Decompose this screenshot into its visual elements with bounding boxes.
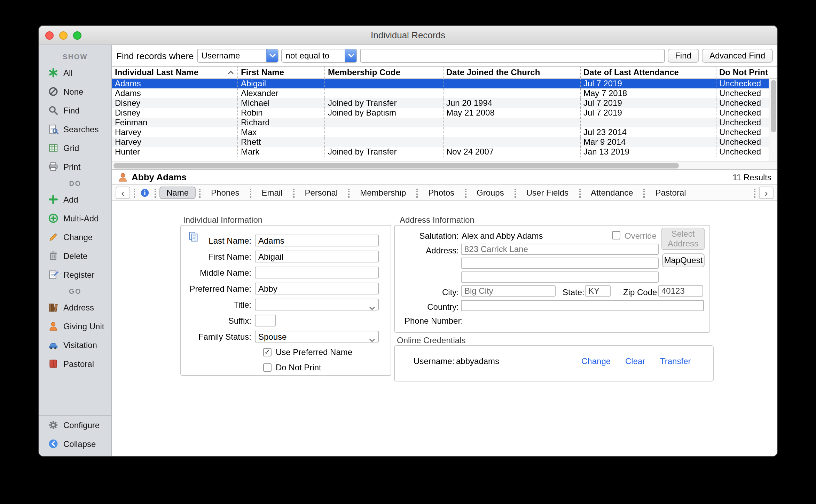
do-not-print-checkbox[interactable] — [263, 363, 272, 372]
sidebar-item-visitation[interactable]: Visitation — [39, 336, 111, 354]
tab-personal[interactable]: Personal — [298, 187, 345, 199]
zip-code-field[interactable] — [658, 285, 703, 297]
scrollbar-thumb[interactable] — [771, 80, 776, 132]
sidebar-item-label: Giving Unit — [63, 321, 104, 331]
override-checkbox[interactable] — [612, 231, 620, 239]
city-field[interactable] — [461, 285, 556, 297]
sidebar-item-all[interactable]: All — [39, 63, 111, 82]
sidebar-item-print[interactable]: Print — [39, 157, 111, 176]
preferred-name-field[interactable] — [255, 283, 379, 294]
first-name-field[interactable] — [255, 251, 379, 262]
table-row[interactable]: Disney Robin Joined by Baptism May 21 20… — [112, 108, 769, 118]
sidebar-item-grid[interactable]: Grid — [39, 139, 111, 157]
cell-date-joined — [444, 127, 581, 137]
column-header-date-joined[interactable]: Date Joined the Church — [444, 67, 581, 78]
middle-name-field[interactable] — [255, 267, 379, 278]
table-row[interactable]: Hunter Mark Joined by Transfer Nov 24 20… — [112, 147, 769, 157]
table-row[interactable]: Harvey Max Jul 23 2014 Unchecked — [112, 127, 769, 137]
sidebar-item-pastoral[interactable]: Pastoral — [39, 354, 111, 373]
sidebar-item-none[interactable]: None — [39, 82, 111, 101]
online-credentials-label: Online Credentials — [397, 336, 465, 345]
find-button[interactable]: Find — [667, 49, 699, 63]
sidebar-item-searches[interactable]: Searches — [39, 120, 111, 139]
mapquest-button[interactable]: MapQuest — [662, 253, 705, 267]
address-line1-field[interactable] — [461, 244, 659, 255]
find-field-select[interactable]: Username — [197, 49, 279, 63]
change-credentials-link[interactable]: Change — [581, 356, 611, 366]
sidebar-item-change[interactable]: Change — [39, 228, 111, 246]
collapse-icon — [48, 439, 58, 449]
cell-membership-code — [325, 137, 444, 147]
tab-separator-dots — [250, 188, 251, 197]
table-vertical-scrollbar[interactable] — [769, 79, 777, 161]
tab-email[interactable]: Email — [254, 187, 289, 199]
country-field[interactable] — [461, 300, 704, 311]
asterisk-icon — [48, 68, 58, 78]
table-row[interactable]: Adams Alexander May 7 2018 Unchecked — [112, 88, 769, 98]
tab-phones[interactable]: Phones — [204, 187, 246, 199]
sidebar-item-address[interactable]: Address — [39, 298, 111, 317]
address-line2-field[interactable] — [461, 258, 659, 269]
use-preferred-name-label: Use Preferred Name — [276, 347, 352, 357]
tab-groups[interactable]: Groups — [470, 187, 511, 199]
detail-tab-bar: ‹ Name Phones Email Personal Membership … — [112, 184, 777, 201]
sidebar-item-register[interactable]: Register — [39, 265, 111, 284]
tabs-scroll-left-button[interactable]: ‹ — [116, 187, 130, 199]
zoom-button[interactable] — [73, 31, 81, 40]
sidebar-item-collapse[interactable]: Collapse — [39, 434, 111, 453]
transfer-credentials-link[interactable]: Transfer — [660, 356, 691, 366]
column-header-membership-code[interactable]: Membership Code — [325, 67, 444, 78]
tab-pastoral[interactable]: Pastoral — [649, 187, 693, 199]
sidebar-item-add[interactable]: Add — [39, 190, 111, 209]
title-select[interactable] — [255, 299, 379, 310]
books-icon — [48, 302, 58, 313]
address-line3-field[interactable] — [461, 271, 659, 283]
sidebar-item-giving-unit[interactable]: Giving Unit — [39, 317, 111, 336]
trash-icon — [48, 251, 58, 261]
use-preferred-name-checkbox[interactable]: ✓ — [263, 348, 272, 356]
tab-name[interactable]: Name — [159, 187, 196, 199]
close-button[interactable] — [45, 31, 54, 40]
tab-user-fields[interactable]: User Fields — [519, 187, 575, 199]
state-field[interactable] — [585, 285, 611, 297]
record-info-button[interactable] — [139, 188, 151, 198]
window-controls — [45, 31, 81, 40]
sidebar-item-label: All — [63, 68, 73, 78]
copy-icon[interactable] — [188, 231, 199, 244]
sidebar-item-configure[interactable]: Configure — [39, 416, 111, 434]
sidebar-item-label: Change — [63, 232, 93, 242]
column-header-last-name[interactable]: Individual Last Name — [112, 67, 238, 78]
find-value-input[interactable] — [360, 49, 665, 63]
sidebar-item-multi-add[interactable]: Multi-Add — [39, 209, 111, 228]
table-row[interactable]: Disney Michael Joined by Transfer Jun 20… — [112, 98, 769, 108]
clear-credentials-link[interactable]: Clear — [625, 356, 645, 366]
checkmark-icon: ✓ — [265, 349, 270, 356]
last-name-field[interactable] — [255, 235, 379, 246]
tab-photos[interactable]: Photos — [421, 187, 461, 199]
minimize-button[interactable] — [59, 31, 68, 40]
tab-membership[interactable]: Membership — [353, 187, 413, 199]
register-icon — [48, 269, 58, 280]
table-row[interactable]: Harvey Rhett Mar 9 2014 Unchecked — [112, 137, 769, 147]
tab-attendance[interactable]: Attendance — [584, 187, 640, 199]
table-row[interactable]: Adams Abigail Jul 7 2019 Unchecked — [112, 79, 769, 88]
cell-last-name: Harvey — [112, 137, 238, 147]
sidebar-item-label: Collapse — [63, 439, 96, 449]
family-status-select[interactable]: Spouse — [255, 331, 379, 342]
column-header-do-not-print[interactable]: Do Not Print — [716, 67, 777, 78]
sidebar-item-find[interactable]: Find — [39, 101, 111, 120]
country-label: Country: — [395, 302, 459, 312]
suffix-field[interactable] — [255, 315, 276, 326]
column-header-first-name[interactable]: First Name — [238, 67, 325, 78]
advanced-find-button[interactable]: Advanced Find — [702, 49, 773, 63]
column-header-last-attendance[interactable]: Date of Last Attendance — [581, 67, 716, 78]
scrollbar-thumb[interactable] — [113, 163, 679, 168]
table-row[interactable]: Feinman Richard Unchecked — [112, 118, 769, 127]
address-information-box: Salutation: Alex and Abby Adams Override… — [394, 225, 710, 333]
main-panel: Find records where Username not equal to… — [112, 45, 777, 456]
select-address-button[interactable]: Select Address — [661, 228, 705, 250]
table-horizontal-scrollbar[interactable] — [112, 161, 777, 169]
find-operator-select[interactable]: not equal to — [282, 49, 358, 63]
tabs-scroll-right-button[interactable]: › — [759, 187, 774, 199]
sidebar-item-delete[interactable]: Delete — [39, 246, 111, 265]
